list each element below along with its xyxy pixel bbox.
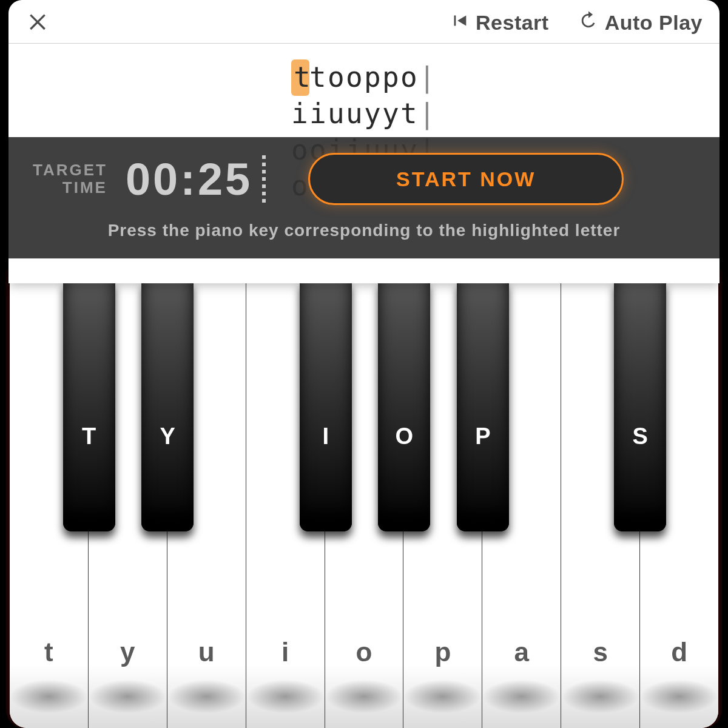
black-key-s[interactable]: S — [614, 281, 666, 531]
black-key-t[interactable]: T — [63, 281, 115, 531]
sequence-letter: u — [346, 96, 364, 132]
white-key-label: y — [89, 637, 167, 667]
white-key-label: t — [10, 637, 88, 667]
black-key-label: P — [475, 423, 490, 450]
key-shadow — [89, 679, 167, 713]
restart-button[interactable]: Restart — [449, 10, 549, 36]
skip-back-icon — [449, 10, 470, 36]
key-shadow — [10, 679, 88, 713]
sequence-letter: t — [291, 59, 309, 96]
black-key-label: I — [322, 423, 329, 450]
divider-icon — [262, 155, 266, 203]
white-key-label: o — [325, 637, 403, 667]
white-key-label: u — [167, 637, 246, 667]
target-time-label: TARGET TIME — [33, 161, 107, 196]
black-key-y[interactable]: Y — [141, 281, 194, 531]
sequence-letter: p — [382, 59, 400, 96]
sequence-row: ttooppo| — [8, 59, 720, 96]
instruction-text: Press the piano key corresponding to the… — [33, 221, 695, 240]
black-key-o[interactable]: O — [378, 281, 430, 531]
black-key-label: Y — [160, 423, 175, 450]
sequence-letter: i — [291, 96, 309, 132]
start-overlay: TARGET TIME 00:25 START NOW Press the pi… — [8, 137, 720, 258]
close-button[interactable] — [25, 8, 50, 37]
black-key-label: T — [82, 423, 96, 450]
black-key-p[interactable]: P — [457, 281, 509, 531]
sequence-letter: o — [328, 59, 346, 96]
sequence-letter: y — [364, 96, 382, 132]
white-key-label: s — [561, 637, 639, 667]
sequence-letter: i — [309, 96, 328, 132]
black-key-i[interactable]: I — [300, 281, 352, 531]
black-key-label: O — [396, 423, 414, 450]
key-shadow — [325, 679, 403, 713]
key-shadow — [403, 679, 482, 713]
key-shadow — [246, 679, 325, 713]
bar-separator: | — [419, 59, 437, 96]
sequence-letter: t — [309, 59, 328, 96]
modal-sheet: Restart Auto Play ttooppo|iiuuyyt|ooiiuu… — [8, 0, 720, 283]
white-key-label: a — [482, 637, 561, 667]
sequence-letter: y — [382, 96, 400, 132]
sequence-letter: p — [364, 59, 382, 96]
restart-label: Restart — [476, 11, 549, 35]
bar-separator: | — [419, 96, 437, 132]
sequence-letter: t — [400, 96, 419, 132]
sequence-letter: u — [328, 96, 346, 132]
white-key-label: i — [246, 637, 325, 667]
sequence-letter: o — [346, 59, 364, 96]
white-keys-row: tyuiopasd — [10, 281, 718, 728]
start-now-button[interactable]: START NOW — [308, 153, 624, 205]
white-key-label: d — [640, 637, 718, 667]
piano-body: tyuiopasd TYIOPS — [6, 269, 722, 728]
target-time-value: 00:25 — [126, 153, 266, 205]
white-key-label: p — [403, 637, 482, 667]
sequence-row: iiuuyyt| — [8, 96, 720, 132]
sequence-letter: o — [400, 59, 419, 96]
key-shadow — [482, 679, 561, 713]
key-shadow — [640, 679, 718, 713]
black-key-label: S — [633, 423, 648, 450]
key-shadow — [167, 679, 246, 713]
autoplay-button[interactable]: Auto Play — [578, 10, 703, 36]
refresh-icon — [578, 10, 599, 36]
piano-keybed: tyuiopasd TYIOPS — [10, 281, 718, 728]
key-shadow — [561, 679, 639, 713]
autoplay-label: Auto Play — [605, 11, 703, 35]
modal-header: Restart Auto Play — [8, 0, 720, 44]
